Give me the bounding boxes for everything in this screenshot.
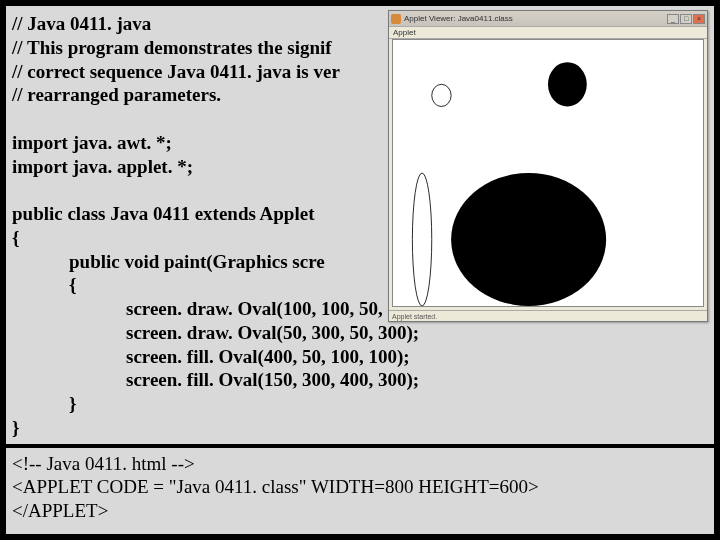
code-line: screen. draw. Oval(50, 300, 50, 300); [12, 322, 419, 343]
close-button[interactable]: × [693, 14, 705, 24]
maximize-button[interactable]: □ [680, 14, 692, 24]
code-line: import java. awt. *; [12, 132, 172, 153]
code-line: // This program demonstrates the signif [12, 37, 332, 58]
code-line: </APPLET> [12, 500, 108, 521]
applet-canvas [392, 39, 704, 307]
minimize-button[interactable]: _ [667, 14, 679, 24]
slide-frame: // Java 0411. java // This program demon… [4, 4, 716, 536]
oval-graphics [393, 40, 703, 306]
tall-open-ellipse [412, 173, 431, 306]
code-line: import java. applet. *; [12, 156, 193, 177]
code-line: <!-- Java 0411. html --> [12, 453, 195, 474]
code-line: { [12, 274, 77, 295]
code-line: screen. fill. Oval(150, 300, 400, 300); [12, 369, 419, 390]
status-bar: Applet started. [389, 310, 707, 321]
code-line: screen. draw. Oval(100, 100, 50, 50); [12, 298, 419, 319]
code-line: } [12, 417, 20, 438]
code-line: public class Java 0411 extends Applet [12, 203, 314, 224]
large-filled-ellipse [451, 173, 606, 306]
code-line: } [12, 393, 77, 414]
code-line: // Java 0411. java [12, 13, 151, 34]
code-line: // correct sequence Java 0411. java is v… [12, 61, 340, 82]
window-buttons: _ □ × [667, 14, 705, 24]
menu-bar[interactable]: Applet [389, 27, 707, 39]
html-source: <!-- Java 0411. html --> <APPLET CODE = … [6, 448, 714, 529]
small-open-circle [432, 84, 451, 106]
small-filled-circle [548, 62, 587, 106]
code-line: // rearranged parameters. [12, 84, 221, 105]
window-title: Applet Viewer: Java0411.class [404, 14, 667, 23]
code-line: public void paint(Graphics scre [12, 251, 325, 272]
code-line: screen. fill. Oval(400, 50, 100, 100); [12, 346, 410, 367]
window-titlebar[interactable]: Applet Viewer: Java0411.class _ □ × [389, 11, 707, 27]
code-line: { [12, 227, 20, 248]
java-icon [391, 14, 401, 24]
code-line: <APPLET CODE = "Java 0411. class" WIDTH=… [12, 476, 539, 497]
applet-viewer-window: Applet Viewer: Java0411.class _ □ × Appl… [388, 10, 708, 322]
